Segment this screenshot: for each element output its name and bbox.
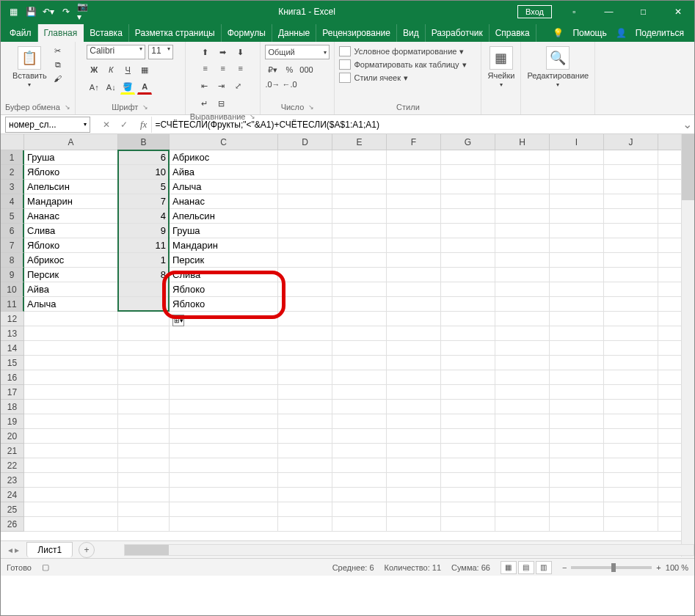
cell[interactable]: [495, 194, 550, 209]
dec-indent-icon[interactable]: ⇤: [197, 78, 212, 93]
cell[interactable]: [495, 297, 550, 312]
row-header[interactable]: 15: [1, 356, 24, 370]
cell[interactable]: [441, 194, 495, 209]
cell[interactable]: [550, 385, 604, 400]
cell[interactable]: 7: [118, 194, 170, 209]
cell[interactable]: [278, 224, 332, 238]
fx-icon[interactable]: fx: [136, 119, 151, 131]
sheet-nav[interactable]: ◂ ▸: [1, 545, 26, 555]
close-icon[interactable]: ✕: [661, 1, 694, 22]
cell[interactable]: Яблоко: [170, 282, 278, 297]
cell[interactable]: [118, 473, 170, 488]
cell[interactable]: [387, 429, 441, 444]
cell[interactable]: Айва: [24, 282, 118, 297]
align-center-icon[interactable]: ≡: [215, 61, 231, 76]
cell[interactable]: [278, 473, 332, 488]
copy-icon[interactable]: ⧉: [51, 59, 65, 70]
cell[interactable]: [495, 150, 550, 165]
editing-button[interactable]: 🔍 Редактирование ▾: [525, 45, 590, 89]
cell[interactable]: [550, 326, 604, 341]
cell[interactable]: [332, 282, 387, 297]
cell[interactable]: [118, 385, 170, 400]
cell[interactable]: [495, 165, 550, 180]
row-header[interactable]: 25: [1, 502, 24, 517]
page-layout-view-icon[interactable]: ▤: [518, 561, 534, 574]
cell[interactable]: [550, 150, 604, 165]
underline-button[interactable]: Ч: [120, 62, 135, 77]
cell[interactable]: [604, 282, 658, 297]
cell[interactable]: [495, 341, 550, 356]
cell[interactable]: [387, 458, 441, 473]
format-table-button[interactable]: Форматировать как таблицу▾: [339, 58, 466, 71]
row-header[interactable]: 10: [1, 282, 24, 297]
cell[interactable]: Слива: [24, 224, 118, 238]
cell[interactable]: [550, 429, 604, 444]
cell[interactable]: [118, 444, 170, 458]
cell[interactable]: [278, 180, 332, 194]
row-header[interactable]: 24: [1, 488, 24, 502]
column-header[interactable]: E: [332, 134, 387, 150]
cell[interactable]: [278, 502, 332, 517]
cell[interactable]: Груша: [170, 224, 278, 238]
cell[interactable]: [495, 385, 550, 400]
cell[interactable]: 5: [118, 180, 170, 194]
cell[interactable]: Слива: [170, 268, 278, 282]
scrollbar-thumb[interactable]: [125, 545, 169, 555]
redo-icon[interactable]: ↷: [59, 5, 73, 18]
macro-record-icon[interactable]: ▢: [42, 562, 49, 572]
cell[interactable]: [495, 224, 550, 238]
cell[interactable]: [387, 444, 441, 458]
cell[interactable]: [387, 370, 441, 385]
cell[interactable]: [495, 429, 550, 444]
cell[interactable]: [118, 370, 170, 385]
cell[interactable]: [441, 414, 495, 429]
cell[interactable]: [118, 326, 170, 341]
cell[interactable]: [495, 238, 550, 253]
cell[interactable]: [550, 224, 604, 238]
cell[interactable]: Мандарин: [24, 194, 118, 209]
cell[interactable]: [332, 458, 387, 473]
cell[interactable]: [441, 488, 495, 502]
row-header[interactable]: 20: [1, 429, 24, 444]
tab-разметка страницы[interactable]: Разметка страницы: [129, 24, 222, 42]
cell[interactable]: [278, 444, 332, 458]
cell[interactable]: [495, 180, 550, 194]
cell[interactable]: [441, 312, 495, 326]
cell-styles-button[interactable]: Стили ячеек▾: [339, 71, 466, 84]
cell[interactable]: [495, 458, 550, 473]
cell[interactable]: [604, 473, 658, 488]
align-middle-icon[interactable]: ➡: [215, 45, 231, 59]
cell[interactable]: [441, 180, 495, 194]
cell[interactable]: [118, 282, 170, 297]
autofill-options-icon[interactable]: ⊞▾: [172, 315, 184, 326]
vertical-scrollbar[interactable]: [681, 134, 694, 557]
cell[interactable]: [550, 238, 604, 253]
cell[interactable]: [550, 282, 604, 297]
cell[interactable]: [441, 473, 495, 488]
cell[interactable]: [441, 165, 495, 180]
undo-icon[interactable]: ↶▾: [42, 5, 55, 18]
share-button[interactable]: Поделиться: [636, 28, 684, 38]
cell[interactable]: [604, 165, 658, 180]
maximize-icon[interactable]: □: [627, 1, 660, 22]
cell[interactable]: Алыча: [24, 297, 118, 312]
cell[interactable]: 11: [118, 238, 170, 253]
cell[interactable]: [278, 297, 332, 312]
cell[interactable]: [118, 502, 170, 517]
normal-view-icon[interactable]: ▦: [501, 561, 517, 574]
cell[interactable]: [441, 458, 495, 473]
enter-formula-icon[interactable]: ✓: [117, 120, 131, 130]
inc-decimal-icon[interactable]: .0→: [265, 77, 280, 92]
cell[interactable]: [278, 356, 332, 370]
cell[interactable]: [332, 312, 387, 326]
percent-icon[interactable]: %: [282, 62, 296, 77]
cell[interactable]: [550, 414, 604, 429]
cell[interactable]: [387, 312, 441, 326]
page-break-view-icon[interactable]: ▥: [536, 561, 552, 574]
cell[interactable]: [604, 341, 658, 356]
cells-button[interactable]: ▦ Ячейки ▾: [486, 45, 516, 89]
cell[interactable]: [604, 297, 658, 312]
cell[interactable]: [278, 429, 332, 444]
cell[interactable]: Айва: [170, 165, 278, 180]
tell-me-icon[interactable]: 💡: [553, 28, 564, 38]
